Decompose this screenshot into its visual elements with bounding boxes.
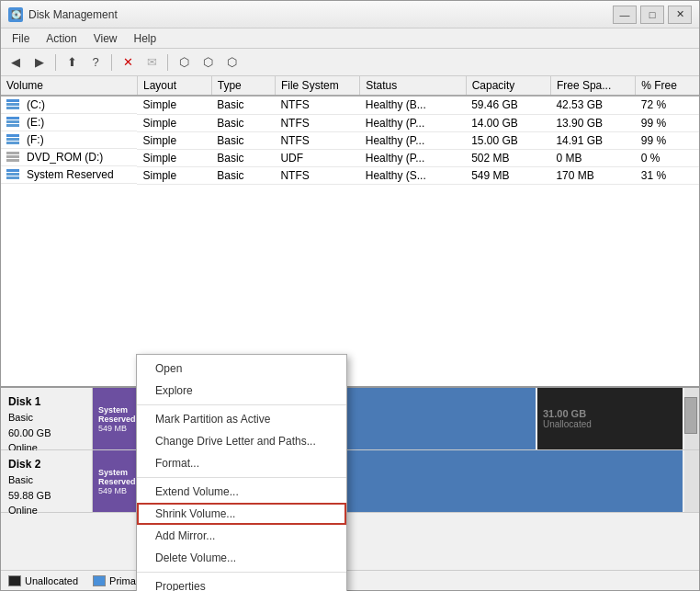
cell-type: Basic (211, 114, 275, 131)
cell-volume: (F:) (1, 131, 137, 149)
cell-free: 13.90 GB (550, 114, 635, 131)
scroll-thumb-1 (684, 397, 697, 434)
col-type[interactable]: Type (211, 76, 275, 96)
col-layout[interactable]: Layout (137, 76, 211, 96)
cell-fs: NTFS (275, 131, 359, 149)
cell-volume: System Reserved (1, 166, 137, 184)
cell-type: Basic (211, 166, 275, 184)
ctx-explore[interactable]: Explore (137, 380, 346, 402)
volume-icon (6, 152, 23, 163)
title-bar: 💽 Disk Management — □ ✕ (1, 1, 699, 28)
volume-icon (6, 117, 23, 128)
cell-fs: NTFS (275, 166, 359, 184)
ctx-mark-active[interactable]: Mark Partition as Active (137, 408, 346, 430)
disk-1-row: Disk 1 Basic 60.00 GB Online SystemReser… (1, 388, 699, 450)
disk-rows: Disk 1 Basic 60.00 GB Online SystemReser… (1, 388, 699, 570)
toolbar: ◀ ▶ ⬆ ? ✕ ✉ ⬡ ⬡ ⬡ (1, 49, 699, 76)
col-fs[interactable]: File System (275, 76, 359, 96)
menu-file[interactable]: File (5, 30, 37, 47)
ctx-shrink[interactable]: Shrink Volume... (137, 503, 346, 525)
legend-bar: Unallocated Primary Partition (1, 570, 699, 590)
disk-1-part-unallocated[interactable]: 31.00 GB Unallocated (537, 388, 684, 449)
ctx-change-letter[interactable]: Change Drive Letter and Paths... (137, 430, 346, 452)
volume-label: (F:) (27, 133, 44, 146)
legend-primary-box (93, 575, 106, 586)
cell-status: Healthy (P... (360, 114, 466, 131)
disk-1-label: Disk 1 Basic 60.00 GB Online (1, 388, 93, 449)
col-status[interactable]: Status (360, 76, 466, 96)
disk-2-scrollbar[interactable] (684, 450, 699, 512)
toolbar-send[interactable]: ✉ (141, 52, 163, 73)
toolbar-delete[interactable]: ✕ (117, 52, 139, 73)
cell-status: Healthy (B... (360, 96, 466, 114)
table-row[interactable]: (C:)SimpleBasicNTFSHealthy (B...59.46 GB… (1, 96, 699, 114)
ctx-delete[interactable]: Delete Volume... (137, 547, 346, 569)
volume-label: DVD_ROM (D:) (27, 151, 103, 164)
toolbar-up[interactable]: ⬆ (61, 52, 83, 73)
cell-layout: Simple (137, 149, 211, 166)
volume-icon (6, 134, 23, 145)
volume-label: (E:) (27, 116, 44, 129)
ctx-properties[interactable]: Properties (137, 575, 346, 591)
ctx-extend[interactable]: Extend Volume... (137, 481, 346, 503)
toolbar-sep-2 (111, 54, 112, 71)
legend-unallocated: Unallocated (8, 575, 78, 586)
minimize-button[interactable]: — (613, 6, 637, 24)
volume-table-body: (C:)SimpleBasicNTFSHealthy (B...59.46 GB… (1, 96, 699, 184)
cell-capacity: 502 MB (466, 149, 550, 166)
toolbar-action1[interactable]: ⬡ (173, 52, 195, 73)
col-free[interactable]: Free Spa... (550, 76, 635, 96)
cell-status: Healthy (P... (360, 131, 466, 149)
ctx-sep-3 (137, 572, 346, 573)
title-controls: — □ ✕ (613, 6, 692, 24)
window-title: Disk Management (28, 8, 118, 21)
cell-pct: 99 % (636, 131, 699, 149)
main-area: Volume Layout Type File System Status Ca… (1, 76, 699, 590)
ctx-sep-2 (137, 477, 346, 478)
col-volume[interactable]: Volume (1, 76, 137, 96)
table-row[interactable]: (F:)SimpleBasicNTFSHealthy (P...15.00 GB… (1, 131, 699, 149)
table-row[interactable]: DVD_ROM (D:)SimpleBasicUDFHealthy (P...5… (1, 149, 699, 166)
ctx-add-mirror[interactable]: Add Mirror... (137, 525, 346, 547)
table-row[interactable]: System ReservedSimpleBasicNTFSHealthy (S… (1, 166, 699, 184)
ctx-format[interactable]: Format... (137, 452, 346, 474)
cell-layout: Simple (137, 131, 211, 149)
cell-pct: 99 % (636, 114, 699, 131)
table-row[interactable]: (E:)SimpleBasicNTFSHealthy (P...14.00 GB… (1, 114, 699, 131)
disk-2-name: Disk 2 (8, 456, 85, 472)
ctx-open[interactable]: Open (137, 358, 346, 380)
volume-icon (6, 99, 23, 110)
disk-2-type: Basic (8, 474, 33, 485)
cell-pct: 72 % (636, 96, 699, 114)
toolbar-action2[interactable]: ⬡ (197, 52, 219, 73)
legend-unallocated-label: Unallocated (25, 575, 78, 586)
cell-capacity: 15.00 GB (466, 131, 550, 149)
col-capacity[interactable]: Capacity (466, 76, 550, 96)
disk-2-row: Disk 2 Basic 59.88 GB Online SystemReser… (1, 450, 699, 513)
cell-volume: DVD_ROM (D:) (1, 149, 137, 166)
menu-action[interactable]: Action (39, 30, 84, 47)
toolbar-help[interactable]: ? (85, 52, 107, 73)
disk-1-scrollbar[interactable] (684, 388, 699, 449)
disk-2-label: Disk 2 Basic 59.88 GB Online (1, 450, 93, 512)
legend-unallocated-box (8, 575, 21, 586)
cell-layout: Simple (137, 96, 211, 114)
toolbar-back[interactable]: ◀ (5, 52, 27, 73)
cell-type: Basic (211, 131, 275, 149)
disk-management-window: 💽 Disk Management — □ ✕ File Action View… (0, 0, 700, 591)
menu-view[interactable]: View (86, 30, 125, 47)
toolbar-forward[interactable]: ▶ (28, 52, 51, 73)
cell-capacity: 14.00 GB (466, 114, 550, 131)
cell-layout: Simple (137, 114, 211, 131)
app-icon: 💽 (8, 7, 23, 22)
volume-icon (6, 169, 23, 180)
menu-help[interactable]: Help (127, 30, 164, 47)
maximize-button[interactable]: □ (640, 6, 664, 24)
disk-1-size: 60.00 GB (8, 427, 51, 438)
cell-status: Healthy (S... (360, 166, 466, 184)
disk-map-area: Disk 1 Basic 60.00 GB Online SystemReser… (1, 388, 699, 590)
col-pct[interactable]: % Free (636, 76, 699, 96)
toolbar-action3[interactable]: ⬡ (220, 52, 243, 73)
cell-pct: 0 % (636, 149, 699, 166)
close-button[interactable]: ✕ (668, 6, 692, 24)
